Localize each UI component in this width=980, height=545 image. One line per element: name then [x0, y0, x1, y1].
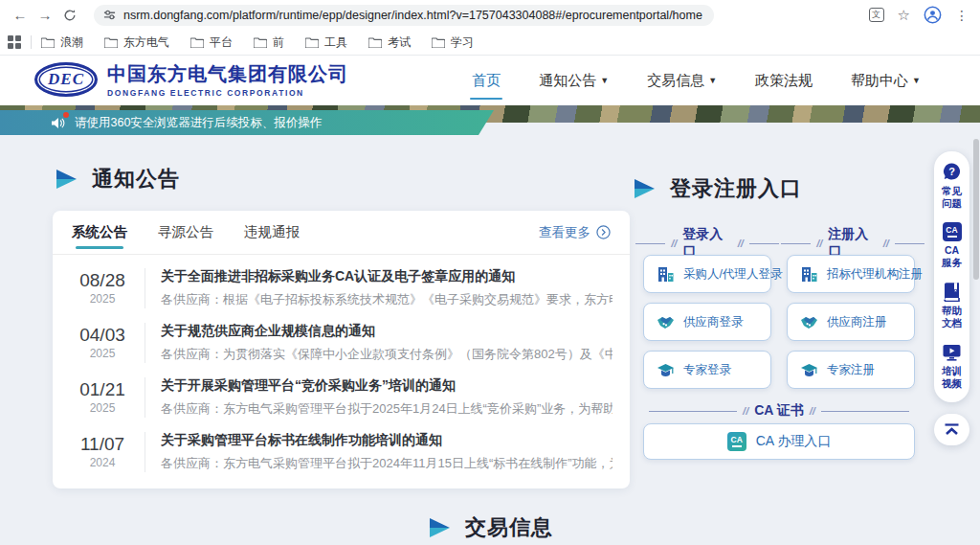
- bookmark-folder[interactable]: 东方电气: [104, 34, 169, 51]
- nav-item-home[interactable]: 首页: [470, 68, 502, 94]
- ca-badge-icon: CA: [727, 432, 746, 451]
- divider: [145, 268, 145, 308]
- tab-violation-reports[interactable]: 违规通报: [244, 211, 300, 255]
- address-bar[interactable]: nsrm.dongfang.com/platform/runtime/epp/d…: [94, 5, 714, 26]
- ca-badge-icon: CA: [943, 222, 962, 241]
- building-icon: [657, 265, 675, 284]
- announcements-section-header: 通知公告: [56, 165, 180, 193]
- notice-ticker-bar: 请使用360安全浏览器进行后续投标、报价操作: [0, 110, 494, 135]
- floating-help-bar: ? 常见问题 CA CA 服务 帮助文档 培训视频: [934, 151, 969, 402]
- svg-text:?: ?: [948, 166, 955, 177]
- building-icon: [800, 265, 818, 284]
- notice-ticker-text: 请使用360安全浏览器进行后续投标、报价操作: [75, 115, 322, 131]
- folder-icon: [254, 37, 267, 48]
- section-title: 交易信息: [465, 513, 553, 542]
- supplier-login-button[interactable]: 供应商登录: [643, 303, 771, 341]
- bookmark-label: 浪潮: [60, 34, 83, 51]
- circle-chevron-right-icon: [596, 225, 611, 239]
- nav-item-help-center[interactable]: 帮助中心▼: [849, 68, 923, 94]
- tab-system-notices[interactable]: 系统公告: [72, 211, 127, 255]
- announcement-row[interactable]: 04/03 2025 关于规范供应商企业规模信息的通知 各供应商：为贯彻落实《保…: [53, 315, 630, 370]
- ca-service-shortcut[interactable]: CA CA 服务: [940, 222, 965, 269]
- bookmark-label: 前: [273, 34, 284, 51]
- browser-back-button[interactable]: ←: [8, 7, 33, 23]
- nav-item-notices[interactable]: 通知公告▼: [537, 68, 611, 94]
- bookmark-folder[interactable]: 学习: [432, 34, 474, 51]
- graduation-cap-icon: [800, 361, 818, 379]
- browser-reload-button[interactable]: [57, 9, 82, 22]
- faq-shortcut[interactable]: ? 常见问题: [940, 162, 965, 210]
- nav-item-policies[interactable]: 政策法规: [753, 68, 814, 94]
- ca-apply-button[interactable]: CA CA 办理入口: [643, 423, 915, 460]
- announcement-row[interactable]: 01/21 2025 关于开展采购管理平台“竞价采购业务”培训的通知 各供应商：…: [53, 370, 630, 424]
- training-videos-label: 培训视频: [940, 365, 965, 390]
- profile-avatar-icon[interactable]: [924, 6, 942, 24]
- browser-toolbar: ← → nsrm.dongfang.com/platform/runtime/e…: [0, 0, 980, 30]
- url-text: nsrm.dongfang.com/platform/runtime/epp/d…: [123, 9, 702, 22]
- faq-label: 常见问题: [940, 185, 965, 210]
- bookmark-folder[interactable]: 平台: [190, 34, 233, 51]
- bookmark-label: 学习: [451, 34, 474, 51]
- bidding-agency-register-button[interactable]: 招标代理机构注册: [787, 255, 915, 293]
- browser-menu-icon[interactable]: ⋮: [955, 8, 969, 23]
- speaker-icon: [52, 117, 65, 129]
- announcement-row[interactable]: 08/28 2025 关于全面推进非招标采购业务CA认证及电子签章应用的通知 各…: [53, 261, 630, 315]
- bookmark-folder[interactable]: 工具: [305, 34, 347, 51]
- buyer-agent-login-button[interactable]: 采购人/代理人登录: [643, 255, 771, 293]
- translate-icon[interactable]: 文: [869, 8, 884, 22]
- announcements-card: 系统公告 寻源公告 违规通报 查看更多 08/28 2025 关于全面推进非招标…: [53, 211, 630, 488]
- video-icon: [942, 342, 962, 362]
- divider: [145, 432, 145, 472]
- announcement-row[interactable]: 11/07 2024 关于采购管理平台标书在线制作功能培训的通知 各供应商：东方…: [53, 424, 630, 479]
- section-title: 登录注册入口: [670, 174, 802, 203]
- bookmark-label: 工具: [324, 34, 347, 51]
- company-logo[interactable]: DEC 中国东方电气集团有限公司 DONGFANG ELECTRIC CORPO…: [34, 61, 348, 98]
- company-name-cn: 中国东方电气集团有限公司: [107, 61, 348, 87]
- expert-login-button[interactable]: 专家登录: [643, 351, 771, 389]
- folder-icon: [190, 37, 204, 48]
- folder-icon: [305, 37, 319, 48]
- view-more-link[interactable]: 查看更多: [539, 224, 611, 241]
- apps-grid-icon[interactable]: [8, 35, 21, 49]
- announcement-date: 01/21 2025: [72, 379, 133, 415]
- back-to-top-icon: [944, 423, 960, 437]
- supplier-register-button[interactable]: 供应商注册: [787, 303, 915, 341]
- bookmark-folder[interactable]: 前: [254, 34, 284, 51]
- announcement-summary: 各供应商：东方电气采购管理平台拟于2025年1月24日上线“竞价采购”业务，为帮…: [161, 400, 612, 418]
- ca-service-label: CA 服务: [940, 244, 965, 269]
- browser-forward-button[interactable]: →: [33, 7, 57, 23]
- back-to-top-button[interactable]: [934, 414, 969, 445]
- announcement-title[interactable]: 关于全面推进非招标采购业务CA认证及电子签章应用的通知: [161, 268, 612, 285]
- bookmarks-separator: [31, 35, 32, 49]
- page-scrollbar[interactable]: [973, 139, 979, 280]
- help-docs-shortcut[interactable]: 帮助文档: [940, 282, 965, 329]
- ca-apply-label: CA 办理入口: [756, 433, 832, 450]
- company-name-en: DONGFANG ELECTRIC CORPORATION: [107, 88, 348, 98]
- graduation-cap-icon: [657, 361, 675, 379]
- announcement-title[interactable]: 关于采购管理平台标书在线制作功能培训的通知: [161, 432, 612, 449]
- site-info-icon[interactable]: [103, 9, 116, 21]
- section-arrow-icon: [56, 169, 78, 190]
- dec-logo-oval: DEC: [34, 62, 98, 97]
- announcement-summary: 各供应商：根据《电子招标投标系统技术规范》《电子采购交易规范》要求，东方电气采购…: [161, 291, 612, 308]
- bookmark-star-icon[interactable]: ☆: [898, 7, 910, 24]
- ca-group-header: // CA 证书 //: [643, 402, 915, 420]
- bookmark-folder[interactable]: 浪潮: [41, 34, 83, 51]
- chevron-down-icon: ▼: [708, 76, 717, 85]
- login-section-header: 登录注册入口: [634, 174, 802, 203]
- chevron-down-icon: ▼: [912, 76, 921, 85]
- folder-icon: [368, 37, 382, 48]
- announcement-title[interactable]: 关于开展采购管理平台“竞价采购业务”培训的通知: [161, 377, 612, 395]
- folder-icon: [41, 37, 55, 48]
- help-docs-label: 帮助文档: [940, 305, 965, 329]
- tab-sourcing-notices[interactable]: 寻源公告: [158, 211, 213, 255]
- question-icon: ?: [942, 162, 962, 182]
- training-videos-shortcut[interactable]: 培训视频: [940, 342, 965, 390]
- nav-item-trade-info[interactable]: 交易信息▼: [645, 68, 719, 94]
- alert-dot: [63, 112, 69, 118]
- chevron-down-icon: ▼: [600, 76, 609, 85]
- announcement-date: 08/28 2025: [72, 270, 133, 306]
- announcement-title[interactable]: 关于规范供应商企业规模信息的通知: [161, 323, 612, 340]
- expert-register-button[interactable]: 专家注册: [787, 351, 915, 389]
- bookmark-folder[interactable]: 考试: [368, 34, 411, 51]
